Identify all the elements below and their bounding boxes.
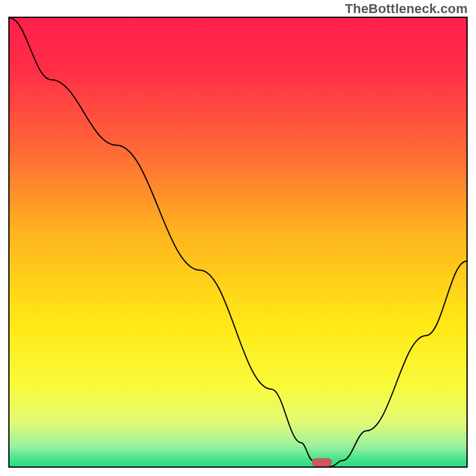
chart-background (10, 18, 466, 466)
optimal-marker (312, 458, 332, 466)
bottleneck-chart (10, 18, 466, 466)
watermark-text: TheBottleneck.com (345, 1, 468, 17)
chart-frame (8, 17, 468, 468)
